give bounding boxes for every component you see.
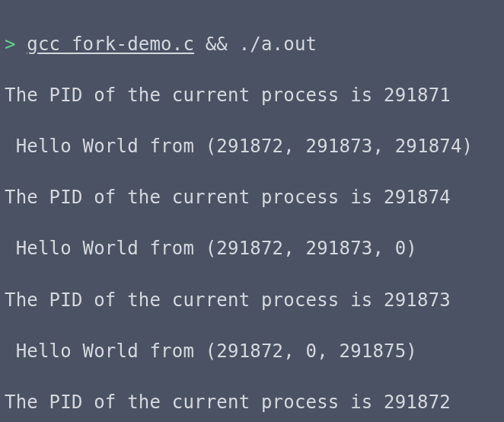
prompt-command: gcc fork-demo.c <box>27 34 194 55</box>
prompt-line: > gcc fork-demo.c && ./a.out <box>5 32 499 58</box>
output-line: Hello World from (291872, 291873, 0) <box>5 236 499 262</box>
output-line: The PID of the current process is 291872 <box>5 390 499 416</box>
prompt-symbol: > <box>5 34 27 55</box>
prompt-rest: && ./a.out <box>194 34 317 55</box>
terminal[interactable]: > gcc fork-demo.c && ./a.out The PID of … <box>0 0 504 422</box>
output-line: The PID of the current process is 291873 <box>5 288 499 314</box>
output-line: The PID of the current process is 291871 <box>5 83 499 109</box>
output-line: The PID of the current process is 291874 <box>5 185 499 211</box>
output-line: Hello World from (291872, 291873, 291874… <box>5 134 499 160</box>
output-line: Hello World from (291872, 0, 291875) <box>5 339 499 365</box>
